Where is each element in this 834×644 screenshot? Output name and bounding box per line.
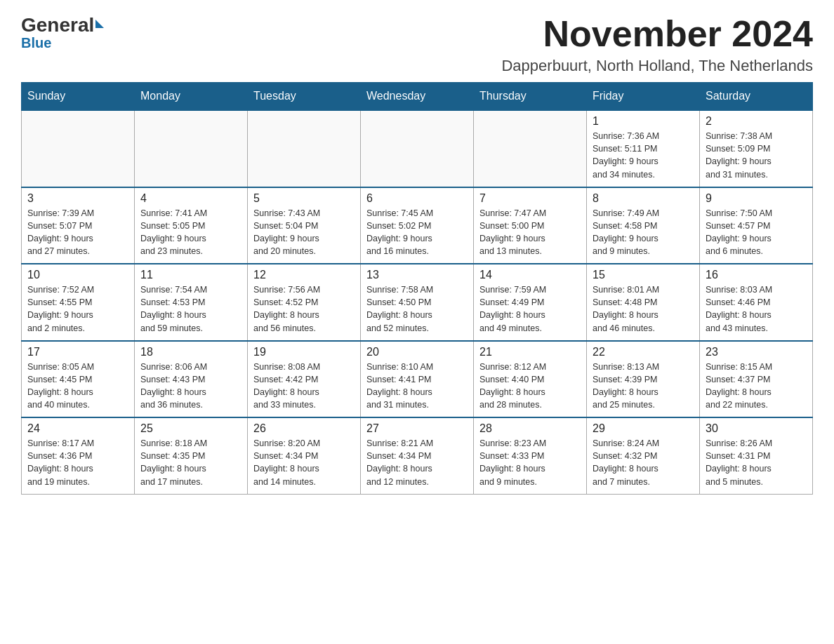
calendar-cell: 19Sunrise: 8:08 AMSunset: 4:42 PMDayligh… (248, 341, 361, 418)
day-number: 4 (140, 192, 241, 205)
day-number: 12 (253, 269, 355, 281)
calendar-cell (22, 110, 135, 187)
day-number: 23 (706, 346, 807, 358)
day-number: 8 (593, 192, 694, 205)
day-info: Sunrise: 7:49 AMSunset: 4:58 PMDaylight:… (593, 207, 694, 258)
calendar-cell: 26Sunrise: 8:20 AMSunset: 4:34 PMDayligh… (248, 417, 361, 494)
day-info: Sunrise: 8:24 AMSunset: 4:32 PMDaylight:… (593, 437, 694, 488)
calendar-cell: 20Sunrise: 8:10 AMSunset: 4:41 PMDayligh… (361, 341, 474, 418)
day-number: 24 (27, 422, 128, 435)
day-number: 26 (253, 422, 355, 435)
day-number: 9 (706, 192, 807, 205)
calendar-cell: 11Sunrise: 7:54 AMSunset: 4:53 PMDayligh… (135, 264, 248, 341)
day-number: 2 (706, 115, 807, 128)
calendar-cell: 27Sunrise: 8:21 AMSunset: 4:34 PMDayligh… (361, 417, 474, 494)
day-number: 30 (706, 422, 807, 435)
weekday-header-row: SundayMondayTuesdayWednesdayThursdayFrid… (22, 83, 813, 111)
calendar-cell: 5Sunrise: 7:43 AMSunset: 5:04 PMDaylight… (248, 187, 361, 264)
day-number: 21 (479, 346, 581, 358)
calendar-cell: 17Sunrise: 8:05 AMSunset: 4:45 PMDayligh… (22, 341, 135, 418)
day-info: Sunrise: 8:26 AMSunset: 4:31 PMDaylight:… (706, 437, 807, 488)
calendar-cell: 2Sunrise: 7:38 AMSunset: 5:09 PMDaylight… (700, 110, 813, 187)
day-info: Sunrise: 7:41 AMSunset: 5:05 PMDaylight:… (140, 207, 241, 258)
day-number: 13 (366, 269, 468, 281)
location-subtitle: Dapperbuurt, North Holland, The Netherla… (501, 57, 813, 75)
day-info: Sunrise: 8:06 AMSunset: 4:43 PMDaylight:… (140, 361, 241, 412)
day-number: 5 (253, 192, 355, 205)
day-info: Sunrise: 7:39 AMSunset: 5:07 PMDaylight:… (27, 207, 128, 258)
calendar-cell (135, 110, 248, 187)
day-number: 19 (253, 346, 355, 358)
calendar-cell: 28Sunrise: 8:23 AMSunset: 4:33 PMDayligh… (474, 417, 587, 494)
day-number: 22 (593, 346, 694, 358)
calendar-cell: 6Sunrise: 7:45 AMSunset: 5:02 PMDaylight… (361, 187, 474, 264)
day-info: Sunrise: 8:03 AMSunset: 4:46 PMDaylight:… (706, 283, 807, 335)
calendar-cell: 15Sunrise: 8:01 AMSunset: 4:48 PMDayligh… (587, 264, 700, 341)
calendar-cell: 12Sunrise: 7:56 AMSunset: 4:52 PMDayligh… (248, 264, 361, 341)
title-area: November 2024 Dapperbuurt, North Holland… (501, 14, 813, 75)
day-number: 14 (479, 269, 581, 281)
day-info: Sunrise: 8:12 AMSunset: 4:40 PMDaylight:… (479, 361, 581, 412)
weekday-header-monday: Monday (135, 83, 248, 111)
day-number: 10 (27, 269, 128, 281)
day-info: Sunrise: 8:01 AMSunset: 4:48 PMDaylight:… (593, 283, 694, 335)
day-info: Sunrise: 8:10 AMSunset: 4:41 PMDaylight:… (366, 361, 468, 412)
logo: General Blue (21, 14, 104, 51)
day-number: 3 (27, 192, 128, 205)
day-info: Sunrise: 8:13 AMSunset: 4:39 PMDaylight:… (593, 361, 694, 412)
calendar-cell: 29Sunrise: 8:24 AMSunset: 4:32 PMDayligh… (587, 417, 700, 494)
day-info: Sunrise: 8:17 AMSunset: 4:36 PMDaylight:… (27, 437, 128, 488)
day-info: Sunrise: 8:21 AMSunset: 4:34 PMDaylight:… (366, 437, 468, 488)
day-info: Sunrise: 7:59 AMSunset: 4:49 PMDaylight:… (479, 283, 581, 335)
calendar-week-row: 1Sunrise: 7:36 AMSunset: 5:11 PMDaylight… (22, 110, 813, 187)
day-number: 1 (593, 115, 694, 128)
calendar-cell: 13Sunrise: 7:58 AMSunset: 4:50 PMDayligh… (361, 264, 474, 341)
day-number: 18 (140, 346, 241, 358)
calendar-cell: 7Sunrise: 7:47 AMSunset: 5:00 PMDaylight… (474, 187, 587, 264)
calendar-cell: 1Sunrise: 7:36 AMSunset: 5:11 PMDaylight… (587, 110, 700, 187)
day-number: 11 (140, 269, 241, 281)
calendar-cell: 10Sunrise: 7:52 AMSunset: 4:55 PMDayligh… (22, 264, 135, 341)
calendar-cell: 21Sunrise: 8:12 AMSunset: 4:40 PMDayligh… (474, 341, 587, 418)
calendar-cell: 23Sunrise: 8:15 AMSunset: 4:37 PMDayligh… (700, 341, 813, 418)
day-number: 29 (593, 422, 694, 435)
weekday-header-sunday: Sunday (22, 83, 135, 111)
day-info: Sunrise: 7:56 AMSunset: 4:52 PMDaylight:… (253, 283, 355, 335)
month-year-title: November 2024 (501, 14, 813, 54)
calendar-cell: 8Sunrise: 7:49 AMSunset: 4:58 PMDaylight… (587, 187, 700, 264)
calendar-cell: 30Sunrise: 8:26 AMSunset: 4:31 PMDayligh… (700, 417, 813, 494)
day-info: Sunrise: 7:36 AMSunset: 5:11 PMDaylight:… (593, 130, 694, 181)
weekday-header-wednesday: Wednesday (361, 83, 474, 111)
day-number: 6 (366, 192, 468, 205)
calendar-cell: 9Sunrise: 7:50 AMSunset: 4:57 PMDaylight… (700, 187, 813, 264)
day-info: Sunrise: 7:45 AMSunset: 5:02 PMDaylight:… (366, 207, 468, 258)
calendar-week-row: 3Sunrise: 7:39 AMSunset: 5:07 PMDaylight… (22, 187, 813, 264)
logo-triangle-icon (95, 20, 104, 28)
day-number: 16 (706, 269, 807, 281)
calendar-cell (248, 110, 361, 187)
weekday-header-tuesday: Tuesday (248, 83, 361, 111)
day-info: Sunrise: 7:54 AMSunset: 4:53 PMDaylight:… (140, 283, 241, 335)
day-info: Sunrise: 8:05 AMSunset: 4:45 PMDaylight:… (27, 361, 128, 412)
day-number: 7 (479, 192, 581, 205)
calendar-cell (361, 110, 474, 187)
day-info: Sunrise: 7:47 AMSunset: 5:00 PMDaylight:… (479, 207, 581, 258)
day-number: 20 (366, 346, 468, 358)
calendar-table: SundayMondayTuesdayWednesdayThursdayFrid… (21, 82, 813, 495)
calendar-cell: 22Sunrise: 8:13 AMSunset: 4:39 PMDayligh… (587, 341, 700, 418)
day-info: Sunrise: 7:38 AMSunset: 5:09 PMDaylight:… (706, 130, 807, 181)
calendar-week-row: 17Sunrise: 8:05 AMSunset: 4:45 PMDayligh… (22, 341, 813, 418)
calendar-cell: 4Sunrise: 7:41 AMSunset: 5:05 PMDaylight… (135, 187, 248, 264)
day-info: Sunrise: 8:08 AMSunset: 4:42 PMDaylight:… (253, 361, 355, 412)
day-info: Sunrise: 8:15 AMSunset: 4:37 PMDaylight:… (706, 361, 807, 412)
day-number: 25 (140, 422, 241, 435)
day-number: 28 (479, 422, 581, 435)
calendar-cell: 16Sunrise: 8:03 AMSunset: 4:46 PMDayligh… (700, 264, 813, 341)
day-info: Sunrise: 7:52 AMSunset: 4:55 PMDaylight:… (27, 283, 128, 335)
day-info: Sunrise: 7:43 AMSunset: 5:04 PMDaylight:… (253, 207, 355, 258)
day-number: 17 (27, 346, 128, 358)
weekday-header-thursday: Thursday (474, 83, 587, 111)
calendar-cell: 14Sunrise: 7:59 AMSunset: 4:49 PMDayligh… (474, 264, 587, 341)
logo-blue-text: Blue (21, 35, 51, 51)
day-info: Sunrise: 8:20 AMSunset: 4:34 PMDaylight:… (253, 437, 355, 488)
